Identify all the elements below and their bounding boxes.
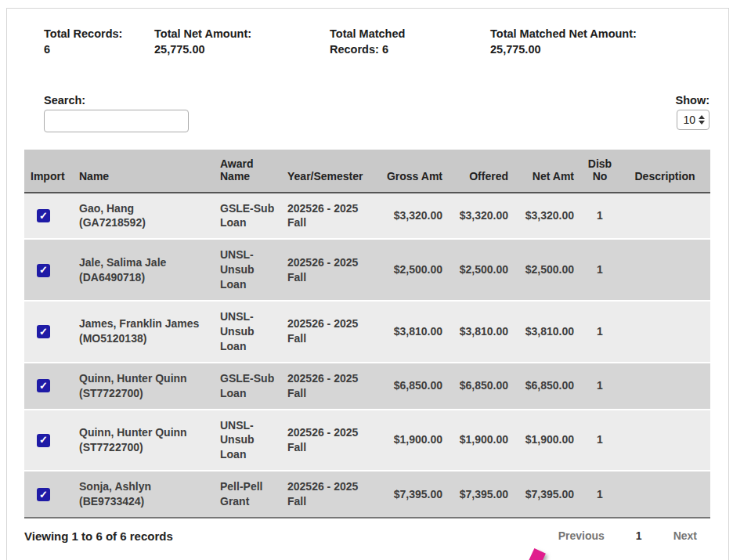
records-panel: Total Records: 6 Total Net Amount: 25,77… — [6, 8, 729, 560]
col-header-award-name: Award Name — [214, 150, 281, 193]
viewing-status: Viewing 1 to 6 of 6 records — [24, 529, 173, 543]
records-table: Import Name Award Name Year/Semester Gro… — [24, 150, 710, 518]
import-checkbox[interactable] — [37, 488, 50, 501]
col-header-net-amt: Net Amt — [515, 150, 580, 193]
table-row: Gao, Hang(GA7218592) GSLE-Sub Loan 20252… — [24, 193, 710, 240]
table-row: James, Franklin James(MO5120138) UNSL-Un… — [24, 301, 710, 363]
total-matched-net-amount: Total Matched Net Amount: 25,775.00 — [490, 26, 670, 58]
select-spinner-icon — [699, 115, 705, 125]
table-row: Jale, Salima Jale(DA6490718) UNSL-Unsub … — [24, 239, 710, 301]
col-header-disb-no: Disb No — [580, 150, 619, 193]
table-row: Quinn, Hunter Quinn(ST7722700) UNSL-Unsu… — [24, 410, 710, 471]
total-matched-records: Total Matched Records: 6 — [330, 26, 490, 58]
table-header-row: Import Name Award Name Year/Semester Gro… — [24, 150, 710, 193]
show-label: Show: — [676, 94, 710, 107]
import-checkbox[interactable] — [37, 209, 50, 222]
col-header-import: Import — [24, 150, 73, 193]
import-checkbox[interactable] — [37, 379, 50, 392]
page-number-1[interactable]: 1 — [636, 529, 642, 542]
total-net-amount: Total Net Amount: 25,775.00 — [154, 26, 330, 58]
search-label: Search: — [44, 94, 189, 107]
show-page-size-select[interactable]: 10 — [677, 110, 710, 130]
pink-annotation-arrow-icon — [493, 547, 567, 560]
pagination: Previous 1 Next — [558, 529, 697, 542]
total-records: Total Records: 6 — [44, 26, 154, 58]
show-block: Show: 10 — [676, 94, 712, 130]
search-block: Search: — [44, 94, 189, 132]
action-bar: Reset Submit — [24, 547, 711, 560]
show-selected-value: 10 — [683, 114, 695, 126]
import-checkbox[interactable] — [37, 264, 50, 277]
table-footer: Viewing 1 to 6 of 6 records Previous 1 N… — [24, 529, 711, 543]
col-header-description: Description — [619, 150, 710, 193]
col-header-gross-amt: Gross Amt — [374, 150, 449, 193]
next-page-link[interactable]: Next — [673, 529, 697, 542]
import-checkbox[interactable] — [37, 434, 50, 447]
col-header-name: Name — [73, 150, 214, 193]
table-controls: Search: Show: 10 — [24, 94, 711, 132]
table-row: Quinn, Hunter Quinn(ST7722700) GSLE-Sub … — [24, 363, 710, 410]
col-header-year-semester: Year/Semester — [281, 150, 374, 193]
col-header-offered: Offered — [449, 150, 515, 193]
previous-page-link[interactable]: Previous — [558, 529, 605, 542]
search-input[interactable] — [44, 110, 189, 132]
table-row: Sonja, Ashlyn(BE9733424) Pell-Pell Grant… — [24, 471, 710, 518]
import-checkbox[interactable] — [37, 325, 50, 338]
totals-summary: Total Records: 6 Total Net Amount: 25,77… — [24, 9, 711, 58]
